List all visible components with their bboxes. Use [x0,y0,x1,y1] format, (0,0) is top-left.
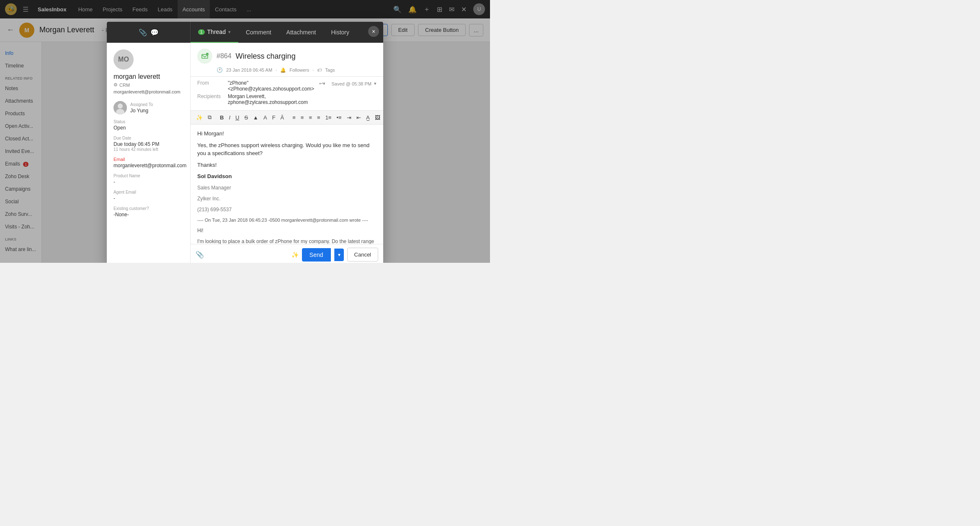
agent-email-label: Agent Email [113,190,183,194]
toolbar-copy-btn[interactable]: ⧉ [206,112,214,122]
comment-tab-label: Comment [246,29,271,36]
from-label: From [197,80,224,92]
body-greeting: Hi Morgan! [197,130,377,138]
email-subject-bar: ✓ #864 Wireless charging 🕐 23 Jan 2018 0… [191,43,383,77]
recipients-label: Recipients [197,93,224,105]
sig-phone: (213) 699-5537 [197,206,377,213]
svg-text:✓: ✓ [207,53,208,55]
from-row: From "zPhone"<zPhone@zylcares.zohosuppor… [197,80,319,92]
contact-info-avatar: MO [113,49,134,70]
toolbar-magic-btn[interactable]: ✨ [194,113,205,122]
toolbar-italic-btn[interactable]: I [227,113,232,122]
email-subject-text: Wireless charging [236,52,296,61]
modal-header-left: 📎 💬 [107,22,191,43]
status-field: Status Open [113,119,183,131]
email-date: 23 Jan 2018 06:45 AM [226,67,272,73]
recipients-row: Recipients Morgan Leverett, zphone@zylca… [197,93,319,105]
email-from-bar: From "zPhone"<zPhone@zylcares.zohosuppor… [191,77,383,111]
history-tab-label: History [331,29,349,36]
assigned-name: Jo Yung [130,108,153,114]
cancel-button[interactable]: Cancel [347,248,378,262]
toolbar-color-btn[interactable]: A [261,113,269,122]
toolbar-bold-btn[interactable]: B [218,113,226,122]
thread-tab-label: Thread [207,29,226,35]
modal-overlay: 📎 💬 1 Thread ▾ Comment Attachment [0,0,490,263]
sig-title: Sales Manager [197,184,377,192]
send-label: Send [309,251,323,258]
modal-header: 📎 💬 1 Thread ▾ Comment Attachment [107,22,383,43]
agent-email-value: - [113,195,183,201]
main-layout: Info Timeline RELATED INFO Notes Attachm… [0,42,490,263]
modal-body: MO morgan leverett ⚙ CRM morganleverett@… [107,43,383,263]
body-thanks: Thanks! [197,161,377,169]
toolbar-align-left-btn[interactable]: ≡ [290,113,298,122]
original-body: I'm looking to place a bulk order of zPh… [197,238,377,244]
product-field: Product Name - [113,174,183,185]
toolbar-text-color-btn[interactable]: A̲ [364,113,372,122]
status-label: Status [113,119,183,124]
thread-badge: 1 [198,29,205,35]
toolbar-underline-btn[interactable]: U [233,113,241,122]
sig-name: Sol Davidson [197,172,377,181]
recipients-value: Morgan Leverett, zphone@zylcares.zohosup… [228,93,319,105]
email-meta: 🕐 23 Jan 2018 06:45 AM · 🔔 Followers · 🏷… [197,67,377,73]
toolbar-strikethrough-btn[interactable]: S [242,113,250,122]
editor-toolbar: ✨ ⧉ B I U S ▲ A F Ā ≡ ≡ ≡ [191,111,383,124]
close-button[interactable]: × [368,26,379,37]
sparkle-icon: ✨ [291,251,299,258]
modal-contact-panel: MO morgan leverett ⚙ CRM morganleverett@… [107,43,191,263]
svg-point-1 [118,104,123,109]
contact-info-email: morganleverett@protonmail.com [113,89,183,94]
toolbar-font-btn[interactable]: F [270,113,278,122]
email-subject-num: #864 [217,52,232,60]
toolbar-align-right-btn[interactable]: ≡ [307,113,314,122]
toolbar-outdent-btn[interactable]: ⇤ [354,113,363,122]
email-subject-avatar: ✓ [197,49,212,64]
tab-comment[interactable]: Comment [238,22,279,43]
email-field: Email morganleverett@protonmail.com [113,157,183,168]
existing-customer-value: -None- [113,212,183,218]
email-field-label: Email [113,157,183,162]
assigned-label: Assigned To [130,102,153,107]
tab-thread[interactable]: 1 Thread ▾ [191,22,238,43]
tags-label[interactable]: Tags [325,67,335,73]
sig-company: Zylker Inc. [197,195,377,202]
due-date-value: Due today 06:45 PM [113,141,183,147]
footer-attach-icon[interactable]: 📎 [196,251,204,259]
toolbar-indent-btn[interactable]: ⇥ [345,113,353,122]
reply-divider: ---- On Tue, 23 Jan 2018 06:45:23 -0500 … [197,217,377,224]
existing-customer-field: Existing customer? -None- [113,206,183,218]
toolbar-highlight-btn[interactable]: ▲ [251,113,260,122]
email-field-value: morganleverett@protonmail.com [113,163,183,168]
due-date-field: Due Date Due today 06:45 PM 11 hours 42 … [113,136,183,152]
modal-tabs: 1 Thread ▾ Comment Attachment History [191,22,383,43]
toolbar-align-center-btn[interactable]: ≡ [299,113,306,122]
due-date-label: Due Date [113,136,183,140]
from-rows: From "zPhone"<zPhone@zylcares.zohosuppor… [197,80,319,107]
attachment-tab-label: Attachment [286,29,316,36]
email-subject-row: ✓ #864 Wireless charging [197,49,377,64]
followers-label[interactable]: Followers [289,67,309,73]
send-button[interactable]: Send [302,248,331,262]
send-dropdown-button[interactable]: ▾ [334,249,344,261]
toolbar-size-btn[interactable]: Ā [279,113,286,122]
existing-customer-label: Existing customer? [113,206,183,211]
from-value: "zPhone"<zPhone@zylcares.zohosupport.com… [228,80,319,92]
body-main: Yes, the zPhones support wireless chargi… [197,141,377,158]
toolbar-ol-btn[interactable]: 1≡ [323,113,334,122]
email-footer: 📎 ✨ Send ▾ Cancel [191,244,383,263]
tab-attachment[interactable]: Attachment [279,22,324,43]
tab-history[interactable]: History [323,22,357,43]
paperclip-icon[interactable]: 📎 [139,29,147,36]
assigned-avatar [113,101,127,114]
contact-info-name: morgan leverett [113,73,183,80]
chat-icon[interactable]: 💬 [150,29,159,36]
agent-email-field: Agent Email - [113,190,183,201]
saved-time: Saved @ 05:38 PM [331,81,371,86]
email-body[interactable]: Hi Morgan! Yes, the zPhones support wire… [191,124,383,244]
toolbar-image-btn[interactable]: 🖼 [373,113,382,122]
product-label: Product Name [113,174,183,178]
modal-email-panel: ✓ #864 Wireless charging 🕐 23 Jan 2018 0… [191,43,383,263]
toolbar-align-justify-btn[interactable]: ≡ [315,113,322,122]
toolbar-ul-btn[interactable]: •≡ [334,113,343,122]
